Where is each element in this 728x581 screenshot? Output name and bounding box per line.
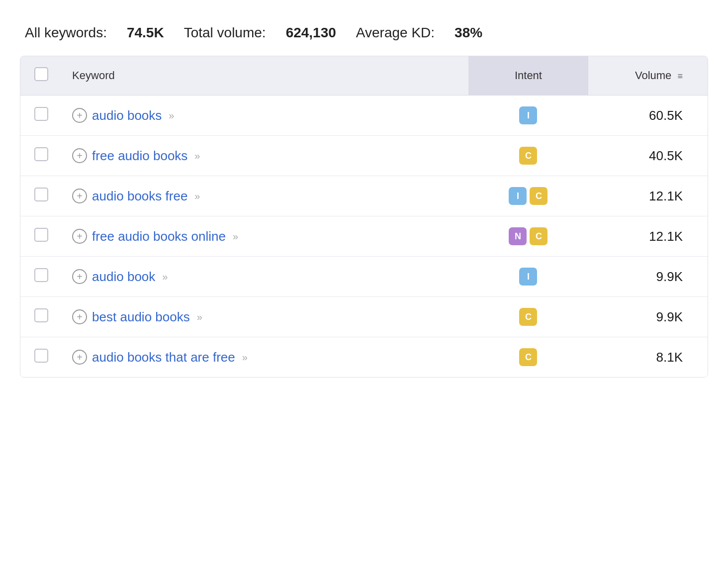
all-keywords-label: All keywords: bbox=[25, 25, 107, 41]
keyword-cell: +audio book» bbox=[62, 257, 468, 297]
row-checkbox[interactable] bbox=[34, 107, 48, 121]
row-checkbox-cell bbox=[20, 297, 62, 337]
table-row: +audio books»I60.5K bbox=[20, 96, 708, 136]
summary-bar: All keywords: 74.5K Total volume: 624,13… bbox=[20, 15, 708, 56]
row-checkbox[interactable] bbox=[34, 188, 48, 201]
add-keyword-icon: + bbox=[72, 108, 87, 123]
row-checkbox-cell bbox=[20, 176, 62, 216]
table-row: +audio book»I9.9K bbox=[20, 257, 708, 297]
keyword-text: free audio books online bbox=[92, 229, 226, 244]
add-keyword-icon: + bbox=[72, 309, 87, 324]
keyword-cell: +audio books free» bbox=[62, 176, 468, 216]
add-keyword-icon: + bbox=[72, 350, 87, 365]
keyword-link[interactable]: +audio books» bbox=[72, 108, 458, 123]
row-checkbox-cell bbox=[20, 136, 62, 176]
intent-cell: IC bbox=[468, 176, 588, 216]
intent-badges: C bbox=[478, 348, 578, 366]
total-volume-label: Total volume: bbox=[184, 25, 266, 41]
add-keyword-icon: + bbox=[72, 189, 87, 203]
total-volume-value: 624,130 bbox=[286, 25, 336, 41]
expand-chevrons-icon[interactable]: » bbox=[194, 150, 200, 162]
intent-badges: C bbox=[478, 147, 578, 165]
intent-badges: NC bbox=[478, 227, 578, 245]
keyword-link[interactable]: +free audio books online» bbox=[72, 229, 458, 244]
intent-badges: IC bbox=[478, 187, 578, 205]
intent-badge-i: I bbox=[519, 268, 537, 286]
keyword-text: free audio books bbox=[92, 148, 187, 164]
keyword-link[interactable]: +audio books that are free» bbox=[72, 350, 458, 365]
intent-badge-c: C bbox=[519, 147, 537, 165]
all-keywords-value: 74.5K bbox=[127, 25, 164, 41]
table-header-row: Keyword Intent Volume ≡ bbox=[20, 56, 708, 96]
keyword-cell: +free audio books online» bbox=[62, 216, 468, 257]
intent-cell: NC bbox=[468, 216, 588, 257]
keyword-link[interactable]: +audio books free» bbox=[72, 189, 458, 204]
keyword-link[interactable]: +free audio books» bbox=[72, 148, 458, 164]
volume-cell: 9.9K bbox=[588, 297, 708, 337]
intent-cell: C bbox=[468, 297, 588, 337]
keyword-link[interactable]: +best audio books» bbox=[72, 309, 458, 325]
intent-badge-n: N bbox=[509, 227, 527, 245]
keyword-text: audio book bbox=[92, 269, 155, 285]
keyword-cell: +audio books that are free» bbox=[62, 337, 468, 378]
keyword-text: audio books bbox=[92, 108, 162, 123]
intent-cell: C bbox=[468, 337, 588, 378]
row-checkbox-cell bbox=[20, 337, 62, 378]
table-container: Keyword Intent Volume ≡ +audio books»I60… bbox=[20, 56, 708, 378]
table-row: +best audio books»C9.9K bbox=[20, 297, 708, 337]
intent-badge-c: C bbox=[530, 187, 547, 205]
row-checkbox-cell bbox=[20, 96, 62, 136]
expand-chevrons-icon[interactable]: » bbox=[233, 231, 238, 242]
intent-badges: C bbox=[478, 308, 578, 326]
row-checkbox-cell bbox=[20, 257, 62, 297]
intent-badge-c: C bbox=[519, 308, 537, 326]
volume-cell: 12.1K bbox=[588, 216, 708, 257]
sort-icon: ≡ bbox=[677, 71, 683, 82]
add-keyword-icon: + bbox=[72, 229, 87, 244]
select-all-checkbox[interactable] bbox=[34, 67, 48, 81]
expand-chevrons-icon[interactable]: » bbox=[169, 110, 174, 121]
table-row: +free audio books online»NC12.1K bbox=[20, 216, 708, 257]
table-row: +free audio books»C40.5K bbox=[20, 136, 708, 176]
intent-badge-c: C bbox=[530, 227, 547, 245]
table-row: +audio books free»IC12.1K bbox=[20, 176, 708, 216]
keyword-text: audio books free bbox=[92, 189, 187, 204]
keyword-column-header: Keyword bbox=[62, 56, 468, 96]
expand-chevrons-icon[interactable]: » bbox=[242, 352, 248, 363]
intent-badge-c: C bbox=[519, 348, 537, 366]
volume-cell: 40.5K bbox=[588, 136, 708, 176]
add-keyword-icon: + bbox=[72, 148, 87, 163]
keywords-table: Keyword Intent Volume ≡ +audio books»I60… bbox=[20, 56, 708, 377]
intent-cell: I bbox=[468, 257, 588, 297]
intent-badges: I bbox=[478, 106, 578, 124]
add-keyword-icon: + bbox=[72, 269, 87, 284]
row-checkbox[interactable] bbox=[34, 268, 48, 282]
intent-badges: I bbox=[478, 268, 578, 286]
volume-cell: 60.5K bbox=[588, 96, 708, 136]
volume-column-header[interactable]: Volume ≡ bbox=[588, 56, 708, 96]
volume-cell: 9.9K bbox=[588, 257, 708, 297]
row-checkbox-cell bbox=[20, 216, 62, 257]
keyword-cell: +audio books» bbox=[62, 96, 468, 136]
keyword-text: best audio books bbox=[92, 309, 190, 325]
row-checkbox[interactable] bbox=[34, 349, 48, 363]
table-row: +audio books that are free»C8.1K bbox=[20, 337, 708, 378]
intent-cell: I bbox=[468, 96, 588, 136]
intent-badge-i: I bbox=[519, 106, 537, 124]
keyword-cell: +best audio books» bbox=[62, 297, 468, 337]
row-checkbox[interactable] bbox=[34, 228, 48, 242]
keyword-link[interactable]: +audio book» bbox=[72, 269, 458, 285]
intent-badge-i: I bbox=[509, 187, 527, 205]
row-checkbox[interactable] bbox=[34, 308, 48, 322]
keyword-cell: +free audio books» bbox=[62, 136, 468, 176]
volume-cell: 8.1K bbox=[588, 337, 708, 378]
expand-chevrons-icon[interactable]: » bbox=[197, 311, 202, 323]
average-kd-value: 38% bbox=[455, 25, 482, 41]
intent-column-header: Intent bbox=[468, 56, 588, 96]
expand-chevrons-icon[interactable]: » bbox=[194, 191, 200, 202]
expand-chevrons-icon[interactable]: » bbox=[162, 271, 168, 283]
row-checkbox[interactable] bbox=[34, 147, 48, 161]
average-kd-label: Average KD: bbox=[356, 25, 435, 41]
intent-cell: C bbox=[468, 136, 588, 176]
volume-cell: 12.1K bbox=[588, 176, 708, 216]
